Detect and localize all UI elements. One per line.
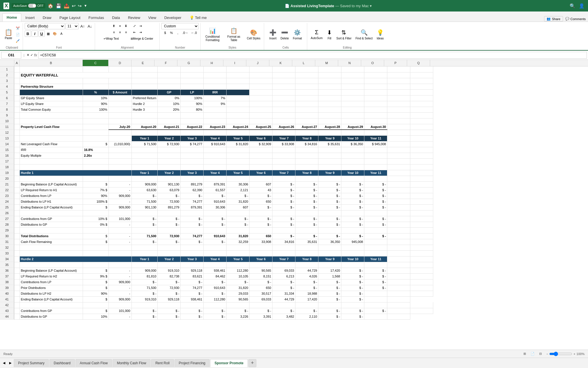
cell-reference-input[interactable]: [1, 52, 21, 59]
share-icon-tb[interactable]: 📤: [64, 3, 69, 9]
row-num-33[interactable]: 33: [0, 250, 14, 256]
merge-center-button[interactable]: ⊞ Merge & Center: [126, 36, 158, 41]
row-num-18[interactable]: 18: [0, 164, 14, 170]
sheet-tab-project-summary[interactable]: Project Summary: [14, 359, 49, 367]
col-header-c[interactable]: C: [83, 60, 109, 66]
home-icon[interactable]: 🏠: [48, 3, 53, 9]
redo-icon[interactable]: ↪: [78, 3, 82, 9]
sheet-tab-annual-cash-flow[interactable]: Annual Cash Flow: [76, 359, 112, 367]
col-header-f[interactable]: F: [154, 60, 177, 66]
tab-review[interactable]: Review: [124, 14, 144, 22]
number-format-dropdown[interactable]: Custom General Number Currency Accountin…: [161, 23, 199, 29]
cell-styles-button[interactable]: 🎨 Cell Styles: [245, 26, 262, 43]
tab-insert[interactable]: Insert: [21, 14, 39, 22]
row-num-20[interactable]: 20: [0, 176, 14, 181]
col-header-d[interactable]: D: [109, 60, 131, 66]
increase-font-button[interactable]: A↑: [79, 23, 86, 29]
indent2-button[interactable]: ⇥: [138, 29, 144, 35]
autosave-badge[interactable]: AutoSave OFF: [11, 3, 45, 8]
col-header-m[interactable]: M: [315, 60, 338, 66]
font-color-button[interactable]: A: [59, 31, 64, 37]
row-num-10[interactable]: 10: [0, 118, 14, 124]
row-num-5[interactable]: 5: [0, 89, 14, 95]
row-num-28[interactable]: 28: [0, 222, 14, 227]
row-num-3[interactable]: 3: [0, 78, 14, 84]
delete-button[interactable]: ➖ Delete: [279, 26, 291, 43]
autosum-button[interactable]: Σ AutoSum: [309, 26, 324, 43]
border-button[interactable]: ▦: [45, 31, 51, 37]
row-num-30[interactable]: 30: [0, 233, 14, 239]
view-normal-icon[interactable]: ⊞: [523, 352, 526, 356]
percent-button[interactable]: %: [169, 30, 174, 36]
underline-button[interactable]: U: [38, 30, 45, 37]
row-num-16[interactable]: 16: [0, 153, 14, 158]
row-num-22[interactable]: 22: [0, 187, 14, 193]
row-num-40[interactable]: 40: [0, 291, 14, 296]
sheet-tab-sponsor-promote[interactable]: Sponsor Promote: [210, 359, 248, 367]
confirm-formula-button[interactable]: ✓: [30, 53, 33, 57]
autosave-toggle[interactable]: [28, 4, 36, 8]
format-button[interactable]: ⚙️ Format: [291, 26, 304, 43]
sheet-tab-monthly-cash-flow[interactable]: Monthly Cash Flow: [113, 359, 150, 367]
row-num-43[interactable]: 43: [0, 308, 14, 314]
row-num-8[interactable]: 8: [0, 107, 14, 112]
comma-button[interactable]: ,: [175, 30, 181, 36]
find-select-button[interactable]: 🔍 Find & Select: [354, 26, 374, 43]
row-num-44[interactable]: 44: [0, 314, 14, 319]
align-bottom-button[interactable]: ⬇: [123, 23, 129, 29]
fill-color-button[interactable]: 🎨: [52, 31, 58, 37]
row-num-7[interactable]: 7: [0, 101, 14, 107]
align-left-button[interactable]: ≡: [111, 29, 117, 35]
currency-button[interactable]: $: [162, 30, 168, 36]
insert-button[interactable]: ➕ Insert: [268, 26, 278, 43]
row-num-42[interactable]: 42: [0, 302, 14, 308]
col-header-p[interactable]: P: [384, 60, 407, 66]
dropdown-arrow[interactable]: ▼: [84, 4, 87, 8]
row-num-38[interactable]: 38: [0, 279, 14, 285]
row-num-37[interactable]: 37: [0, 273, 14, 279]
col-header-n[interactable]: N: [338, 60, 361, 66]
row-num-25[interactable]: 25: [0, 204, 14, 210]
row-num-24[interactable]: 24: [0, 199, 14, 204]
sheet-tab-dashboard[interactable]: Dashboard: [49, 359, 75, 367]
undo-icon[interactable]: ↩: [72, 3, 76, 9]
formula-input[interactable]: [38, 52, 587, 59]
tab-draw[interactable]: Draw: [39, 14, 55, 22]
conditional-formatting-button[interactable]: 📊 Conditional Formatting: [202, 26, 223, 43]
row-num-12[interactable]: 12: [0, 130, 14, 135]
decrease-font-button[interactable]: A↓: [86, 23, 93, 29]
sheet-tab-project-financing[interactable]: Project Financing: [175, 359, 210, 367]
row-num-17[interactable]: 17: [0, 158, 14, 164]
zoom-slider[interactable]: [549, 352, 572, 356]
row-num-11[interactable]: 11: [0, 124, 14, 130]
align-top-button[interactable]: ⬆: [111, 23, 117, 29]
row-num-13[interactable]: 13: [0, 135, 14, 141]
align-middle-button[interactable]: ≡: [117, 23, 123, 29]
col-header-l[interactable]: L: [292, 60, 315, 66]
tab-scroll-right[interactable]: ▶: [7, 360, 13, 366]
indent-button[interactable]: ⇥: [138, 23, 144, 29]
increase-decimal-button[interactable]: .0→: [181, 30, 189, 36]
col-header-j[interactable]: J: [246, 60, 269, 66]
row-num-36[interactable]: 36: [0, 268, 14, 273]
copy-button[interactable]: 📄: [15, 32, 21, 37]
format-painter-button[interactable]: 🖌️: [15, 38, 21, 44]
tab-home[interactable]: Home: [2, 13, 21, 22]
row-num-32[interactable]: 32: [0, 245, 14, 250]
row-num-19[interactable]: 19: [0, 170, 14, 176]
row-num-23[interactable]: 23: [0, 193, 14, 199]
fill-button[interactable]: ⬇ Fill: [325, 26, 334, 43]
comments-button[interactable]: 💬 Comments: [565, 17, 586, 21]
view-break-icon[interactable]: ⊟: [539, 352, 542, 356]
tab-scroll-left[interactable]: ◀: [1, 360, 7, 366]
col-header-k[interactable]: K: [269, 60, 292, 66]
row-num-34[interactable]: 34: [0, 256, 14, 262]
decrease-decimal-button[interactable]: ←.0: [190, 30, 198, 36]
row-num-2[interactable]: 2: [0, 72, 14, 78]
tab-view[interactable]: View: [144, 14, 160, 22]
cancel-formula-button[interactable]: ✕: [27, 53, 29, 57]
col-header-o[interactable]: O: [361, 60, 384, 66]
profile-icon[interactable]: 👤: [579, 3, 585, 9]
add-sheet-button[interactable]: +: [248, 359, 256, 367]
row-num-27[interactable]: 27: [0, 216, 14, 222]
